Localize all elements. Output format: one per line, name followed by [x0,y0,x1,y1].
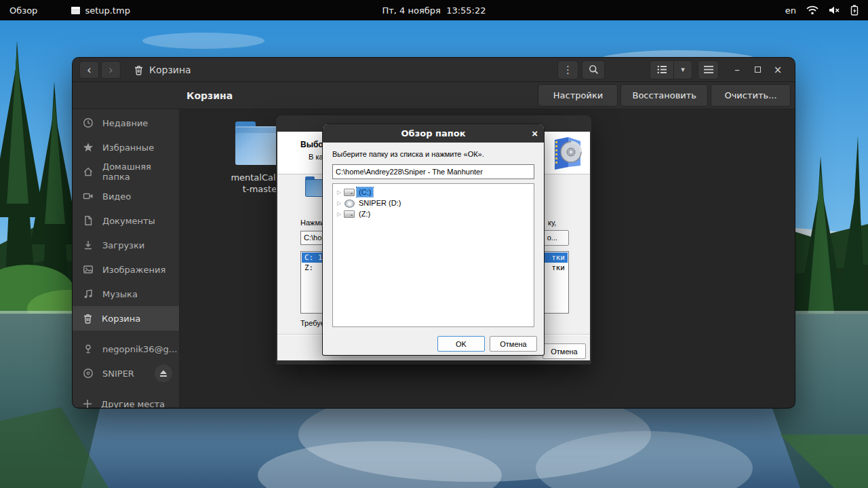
sidebar-label: SNIPER [102,369,134,379]
top-bar: Обзор setup.tmp Пт, 4 ноября 13:55:22 en [0,0,868,20]
view-switcher: ▾ [650,60,692,79]
wifi-icon[interactable] [806,5,818,15]
files-titlebar[interactable]: ‹ › Корзина ⋮ [73,58,795,82]
trash-icon [134,64,144,75]
search-button[interactable] [582,60,605,79]
clock[interactable]: Пт, 4 ноября 13:55:22 [0,5,868,16]
installer-setup-icon [551,134,583,171]
forward-button[interactable]: › [101,61,121,79]
desktop: Обзор setup.tmp Пт, 4 ноября 13:55:22 en [0,0,868,488]
installer-required-label: Требуе [300,319,325,327]
tree-row-c-drive[interactable]: ▷ (C:) [334,187,532,198]
sidebar-label: Изображения [102,265,165,275]
minimize-button[interactable]: – [727,60,747,79]
maximize-icon [755,67,761,73]
dialog-title: Обзор папок [401,128,466,138]
sidebar-label: Видео [102,191,131,202]
installer-cancel-button[interactable]: Отмена [542,343,586,359]
image-icon [83,264,94,275]
sidebar-item-recent[interactable]: Недавние [73,111,179,135]
sidebar-label: Другие места [101,399,165,409]
hamburger-menu-button[interactable] [698,60,719,79]
back-button[interactable]: ‹ [79,61,99,79]
tree-label-selected[interactable]: (C:) [357,187,373,197]
sidebar-item-downloads[interactable]: Загрузки [73,233,179,257]
drive-row-left: C: 1 [304,253,323,262]
trash-restore-button[interactable]: Восстановить [620,84,708,107]
tree-row-d-drive[interactable]: ▷ SNIPER (D:) [334,198,532,208]
folder-tree[interactable]: ▷ (C:) ▷ SNIPER (D:) ▷ (Z:) [332,183,534,327]
places-sidebar: Недавние Избранные Домашняя папка [73,109,180,407]
battery-charging-icon[interactable] [850,5,859,16]
search-icon [589,64,599,75]
installer-hint-right: ку, [548,219,556,227]
drive-row-right: тки [551,263,565,272]
volume-muted-icon[interactable] [829,5,840,15]
online-account-icon [83,343,94,354]
dialog-instruction: Выберите папку из списка и нажмите «ОК». [332,150,484,158]
disc-icon [83,368,94,379]
sidebar-item-trash[interactable]: Корзина [73,306,179,331]
eject-icon [159,370,167,377]
sidebar-item-videos[interactable]: Видео [73,184,179,208]
menu-kebab-button[interactable]: ⋮ [557,60,578,79]
list-view-icon [657,65,667,74]
star-icon [83,142,94,153]
dialog-titlebar[interactable]: Обзор папок × [323,124,544,143]
location-label: Корзина [149,64,191,75]
home-icon [83,166,94,177]
plus-icon [83,399,92,408]
sidebar-item-pictures[interactable]: Изображения [73,257,179,282]
sidebar-label: negopnik36@g... [102,344,177,354]
sidebar-label: Домашняя папка [102,162,179,182]
sidebar-item-music[interactable]: Музыка [73,282,179,306]
sidebar-item-home[interactable]: Домашняя папка [73,159,179,184]
sidebar-label: Музыка [102,289,138,299]
trash-icon [83,313,93,324]
ok-button[interactable]: OK [437,336,485,352]
drive-row-right: тки [551,253,565,262]
sidebar-label: Недавние [102,118,148,128]
sidebar-item-starred[interactable]: Избранные [73,135,179,159]
sidebar-label: Корзина [102,314,140,324]
sidebar-item-documents[interactable]: Документы [73,208,179,233]
cancel-button[interactable]: Отмена [490,336,537,352]
path-bar[interactable]: Корзина [134,64,191,75]
drive-row-left: Z: [304,263,313,272]
installer-hint-line1: Нажми [300,219,324,227]
trash-settings-button[interactable]: Настройки [538,84,618,107]
trash-empty-button[interactable]: Очистить... [711,84,791,107]
expander-icon[interactable]: ▷ [334,200,344,206]
document-icon [83,215,94,226]
sidebar-label: Избранные [102,143,154,153]
close-button[interactable]: × [768,60,788,79]
download-icon [83,240,94,250]
dialog-path-input[interactable]: C:\home\Andrey228\Sniper - The Manhunter [332,164,534,179]
sidebar-item-online-account[interactable]: negopnik36@g... [73,337,179,361]
view-options-dropdown[interactable]: ▾ [674,60,692,79]
drive-icon [344,189,355,196]
expander-icon[interactable]: ▷ [334,189,344,195]
cd-drive-icon [344,199,355,207]
maximize-button[interactable] [747,60,768,79]
music-icon [83,288,94,299]
tree-row-z-drive[interactable]: ▷ (Z:) [334,208,532,219]
eject-button[interactable] [155,364,172,382]
page-title: Корзина [186,90,233,101]
trash-toolbar: Корзина Настройки Восстановить Очистить.… [73,82,795,109]
tree-label[interactable]: SNIPER (D:) [357,198,403,208]
expander-icon[interactable]: ▷ [334,211,344,217]
video-icon [83,191,94,202]
tree-label[interactable]: (Z:) [357,209,372,219]
sidebar-item-other-locations[interactable]: Другие места [73,392,179,408]
sidebar-item-sniper-drive[interactable]: SNIPER [73,361,179,386]
sidebar-label: Документы [102,216,155,226]
browse-folder-dialog: Обзор папок × Выберите папку из списка и… [323,124,544,355]
drive-icon [344,210,355,218]
sidebar-label: Загрузки [102,240,144,250]
keyboard-layout-indicator[interactable]: en [785,5,796,16]
hamburger-icon [704,66,713,73]
clock-icon [83,117,94,128]
list-view-button[interactable] [650,60,674,79]
dialog-close-button[interactable]: × [532,124,538,143]
